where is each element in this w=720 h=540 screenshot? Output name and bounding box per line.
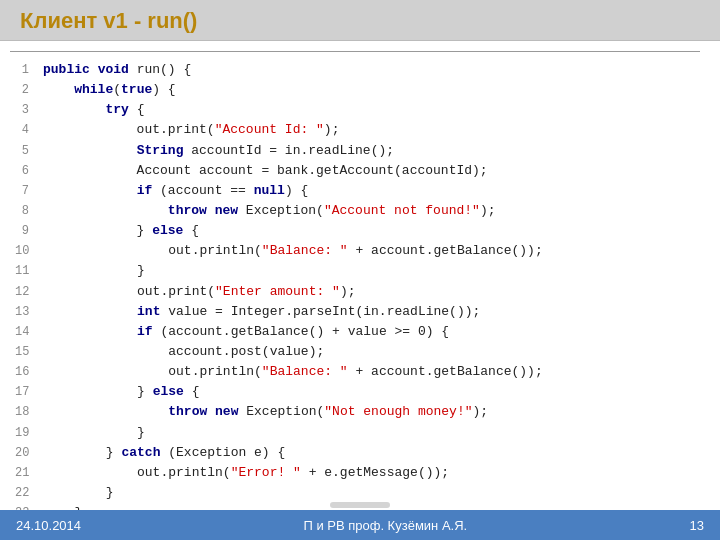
line-code: if (account == null) { [43, 181, 308, 201]
line-number: 12 [15, 283, 43, 302]
line-code: int value = Integer.parseInt(in.readLine… [43, 302, 480, 322]
code-block: 1public void run() {2 while(true) {3 try… [10, 60, 700, 510]
code-line: 18 throw new Exception("Not enough money… [15, 402, 700, 422]
code-line: 12 out.print("Enter amount: "); [15, 282, 700, 302]
code-line: 22 } [15, 483, 700, 503]
code-line: 20 } catch (Exception e) { [15, 443, 700, 463]
line-number: 22 [15, 484, 43, 503]
code-line: 8 throw new Exception("Account not found… [15, 201, 700, 221]
line-code: } catch (Exception e) { [43, 443, 285, 463]
line-code: } [43, 483, 113, 503]
footer-page: 13 [690, 518, 704, 533]
code-line: 15 account.post(value); [15, 342, 700, 362]
line-number: 7 [15, 182, 43, 201]
line-code: while(true) { [43, 80, 176, 100]
line-number: 23 [15, 504, 43, 510]
footer-center: П и РВ проф. Кузёмин А.Я. [81, 518, 689, 533]
line-code: try { [43, 100, 144, 120]
line-number: 5 [15, 142, 43, 161]
line-code: out.println("Error! " + e.getMessage()); [43, 463, 449, 483]
line-code: account.post(value); [43, 342, 324, 362]
slide-container: Клиент v1 - run() 1public void run() {2 … [0, 0, 720, 540]
line-number: 10 [15, 242, 43, 261]
code-line: 6 Account account = bank.getAccount(acco… [15, 161, 700, 181]
line-code: } else { [43, 382, 199, 402]
slide-content: 1public void run() {2 while(true) {3 try… [0, 41, 720, 510]
code-line: 19 } [15, 423, 700, 443]
code-line: 2 while(true) { [15, 80, 700, 100]
scrollbar-hint [330, 502, 390, 508]
line-number: 9 [15, 222, 43, 241]
line-number: 11 [15, 262, 43, 281]
code-line: 14 if (account.getBalance() + value >= 0… [15, 322, 700, 342]
line-number: 18 [15, 403, 43, 422]
line-number: 6 [15, 162, 43, 181]
line-number: 17 [15, 383, 43, 402]
code-line: 3 try { [15, 100, 700, 120]
code-line: 7 if (account == null) { [15, 181, 700, 201]
slide-header: Клиент v1 - run() [0, 0, 720, 41]
line-number: 3 [15, 101, 43, 120]
line-code: out.println("Balance: " + account.getBal… [43, 362, 542, 382]
divider-line [10, 51, 700, 52]
slide-footer: 24.10.2014 П и РВ проф. Кузёмин А.Я. 13 [0, 510, 720, 540]
line-number: 4 [15, 121, 43, 140]
line-number: 8 [15, 202, 43, 221]
line-number: 14 [15, 323, 43, 342]
code-line: 9 } else { [15, 221, 700, 241]
code-line: 17 } else { [15, 382, 700, 402]
line-code: } [43, 423, 144, 443]
code-line: 1public void run() { [15, 60, 700, 80]
line-number: 19 [15, 424, 43, 443]
code-line: 10 out.println("Balance: " + account.get… [15, 241, 700, 261]
line-code: throw new Exception("Not enough money!")… [43, 402, 488, 422]
code-line: 4 out.print("Account Id: "); [15, 120, 700, 140]
code-line: 13 int value = Integer.parseInt(in.readL… [15, 302, 700, 322]
line-code: out.print("Account Id: "); [43, 120, 339, 140]
line-number: 2 [15, 81, 43, 100]
line-code: out.print("Enter amount: "); [43, 282, 355, 302]
line-number: 13 [15, 303, 43, 322]
footer-date: 24.10.2014 [16, 518, 81, 533]
code-line: 11 } [15, 261, 700, 281]
line-code: } else { [43, 221, 199, 241]
line-number: 1 [15, 61, 43, 80]
line-code: if (account.getBalance() + value >= 0) { [43, 322, 449, 342]
line-code: out.println("Balance: " + account.getBal… [43, 241, 542, 261]
slide-title: Клиент v1 - run() [20, 8, 700, 34]
line-code: } [43, 503, 82, 510]
line-number: 20 [15, 444, 43, 463]
line-code: public void run() { [43, 60, 191, 80]
code-line: 21 out.println("Error! " + e.getMessage(… [15, 463, 700, 483]
line-code: Account account = bank.getAccount(accoun… [43, 161, 488, 181]
code-line: 16 out.println("Balance: " + account.get… [15, 362, 700, 382]
code-line: 5 String accountId = in.readLine(); [15, 141, 700, 161]
line-code: throw new Exception("Account not found!"… [43, 201, 496, 221]
line-number: 21 [15, 464, 43, 483]
line-code: String accountId = in.readLine(); [43, 141, 394, 161]
line-number: 16 [15, 363, 43, 382]
line-code: } [43, 261, 144, 281]
line-number: 15 [15, 343, 43, 362]
